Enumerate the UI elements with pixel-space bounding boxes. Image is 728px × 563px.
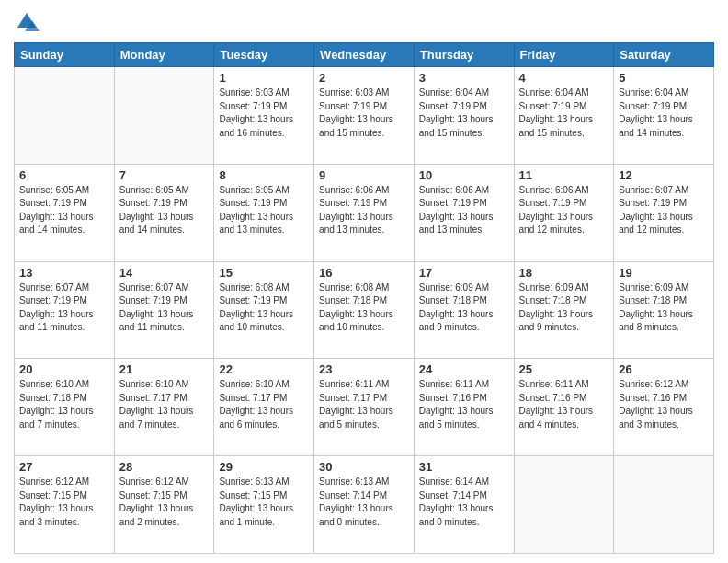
day-info: Sunrise: 6:04 AM Sunset: 7:19 PM Dayligh…: [619, 86, 709, 140]
calendar-dow-sunday: Sunday: [15, 43, 115, 67]
day-number: 24: [419, 362, 509, 376]
day-number: 2: [319, 71, 409, 85]
day-number: 22: [219, 362, 309, 376]
calendar-table: SundayMondayTuesdayWednesdayThursdayFrid…: [14, 42, 714, 554]
day-number: 14: [119, 266, 210, 280]
day-number: 12: [619, 168, 709, 182]
header: [14, 9, 714, 35]
calendar-cell: 19Sunrise: 6:09 AM Sunset: 7:18 PM Dayli…: [614, 261, 714, 359]
calendar-cell: 24Sunrise: 6:11 AM Sunset: 7:16 PM Dayli…: [414, 359, 514, 456]
day-number: 31: [419, 460, 509, 474]
calendar-week-3: 20Sunrise: 6:10 AM Sunset: 7:18 PM Dayli…: [15, 359, 714, 456]
calendar-cell: 6Sunrise: 6:05 AM Sunset: 7:19 PM Daylig…: [15, 164, 115, 261]
calendar-cell: 28Sunrise: 6:12 AM Sunset: 7:15 PM Dayli…: [114, 456, 214, 554]
logo-icon: [14, 9, 40, 35]
calendar-cell: 16Sunrise: 6:08 AM Sunset: 7:18 PM Dayli…: [314, 261, 415, 359]
day-info: Sunrise: 6:10 AM Sunset: 7:18 PM Dayligh…: [19, 378, 109, 431]
day-number: 9: [319, 168, 409, 182]
calendar-cell: 12Sunrise: 6:07 AM Sunset: 7:19 PM Dayli…: [614, 164, 714, 261]
day-info: Sunrise: 6:05 AM Sunset: 7:19 PM Dayligh…: [19, 184, 109, 237]
day-info: Sunrise: 6:09 AM Sunset: 7:18 PM Dayligh…: [619, 282, 709, 335]
calendar-dow-wednesday: Wednesday: [314, 43, 415, 67]
day-info: Sunrise: 6:04 AM Sunset: 7:19 PM Dayligh…: [519, 86, 609, 140]
day-number: 21: [119, 362, 210, 376]
day-info: Sunrise: 6:12 AM Sunset: 7:15 PM Dayligh…: [119, 476, 210, 529]
day-info: Sunrise: 6:10 AM Sunset: 7:17 PM Dayligh…: [219, 378, 309, 431]
day-number: 5: [619, 71, 709, 85]
day-info: Sunrise: 6:07 AM Sunset: 7:19 PM Dayligh…: [619, 184, 709, 237]
day-info: Sunrise: 6:06 AM Sunset: 7:19 PM Dayligh…: [319, 184, 409, 237]
calendar-cell: 7Sunrise: 6:05 AM Sunset: 7:19 PM Daylig…: [114, 164, 214, 261]
day-info: Sunrise: 6:11 AM Sunset: 7:16 PM Dayligh…: [519, 378, 609, 431]
day-info: Sunrise: 6:09 AM Sunset: 7:18 PM Dayligh…: [419, 282, 509, 335]
calendar-dow-monday: Monday: [114, 43, 214, 67]
day-info: Sunrise: 6:08 AM Sunset: 7:19 PM Dayligh…: [219, 282, 309, 335]
calendar-cell: [114, 67, 214, 165]
day-info: Sunrise: 6:12 AM Sunset: 7:15 PM Dayligh…: [19, 476, 109, 529]
day-number: 15: [219, 266, 309, 280]
calendar-cell: 21Sunrise: 6:10 AM Sunset: 7:17 PM Dayli…: [114, 359, 214, 456]
calendar-dow-tuesday: Tuesday: [214, 43, 314, 67]
calendar-dow-thursday: Thursday: [414, 43, 514, 67]
day-number: 1: [219, 71, 309, 85]
calendar-cell: 29Sunrise: 6:13 AM Sunset: 7:15 PM Dayli…: [214, 456, 314, 554]
day-number: 13: [19, 266, 109, 280]
calendar-cell: 30Sunrise: 6:13 AM Sunset: 7:14 PM Dayli…: [314, 456, 415, 554]
calendar-week-0: 1Sunrise: 6:03 AM Sunset: 7:19 PM Daylig…: [15, 67, 714, 165]
day-info: Sunrise: 6:10 AM Sunset: 7:17 PM Dayligh…: [119, 378, 210, 431]
day-number: 19: [619, 266, 709, 280]
calendar-cell: 23Sunrise: 6:11 AM Sunset: 7:17 PM Dayli…: [314, 359, 415, 456]
day-info: Sunrise: 6:05 AM Sunset: 7:19 PM Dayligh…: [219, 184, 309, 237]
day-info: Sunrise: 6:04 AM Sunset: 7:19 PM Dayligh…: [419, 86, 509, 140]
day-number: 7: [119, 168, 210, 182]
day-number: 8: [219, 168, 309, 182]
calendar-cell: 17Sunrise: 6:09 AM Sunset: 7:18 PM Dayli…: [414, 261, 514, 359]
day-number: 23: [319, 362, 409, 376]
day-number: 11: [519, 168, 609, 182]
calendar-cell: [614, 456, 714, 554]
day-info: Sunrise: 6:11 AM Sunset: 7:16 PM Dayligh…: [419, 378, 509, 431]
day-number: 29: [219, 460, 309, 474]
day-info: Sunrise: 6:06 AM Sunset: 7:19 PM Dayligh…: [419, 184, 509, 237]
day-number: 17: [419, 266, 509, 280]
calendar-cell: 1Sunrise: 6:03 AM Sunset: 7:19 PM Daylig…: [214, 67, 314, 165]
day-info: Sunrise: 6:05 AM Sunset: 7:19 PM Dayligh…: [119, 184, 210, 237]
day-number: 20: [19, 362, 109, 376]
day-number: 3: [419, 71, 509, 85]
calendar-cell: 11Sunrise: 6:06 AM Sunset: 7:19 PM Dayli…: [514, 164, 614, 261]
calendar-cell: 26Sunrise: 6:12 AM Sunset: 7:16 PM Dayli…: [614, 359, 714, 456]
day-info: Sunrise: 6:03 AM Sunset: 7:19 PM Dayligh…: [319, 86, 409, 140]
calendar-cell: 14Sunrise: 6:07 AM Sunset: 7:19 PM Dayli…: [114, 261, 214, 359]
calendar-cell: 3Sunrise: 6:04 AM Sunset: 7:19 PM Daylig…: [414, 67, 514, 165]
calendar-week-1: 6Sunrise: 6:05 AM Sunset: 7:19 PM Daylig…: [15, 164, 714, 261]
calendar-cell: 31Sunrise: 6:14 AM Sunset: 7:14 PM Dayli…: [414, 456, 514, 554]
calendar-cell: 2Sunrise: 6:03 AM Sunset: 7:19 PM Daylig…: [314, 67, 415, 165]
day-number: 25: [519, 362, 609, 376]
day-info: Sunrise: 6:14 AM Sunset: 7:14 PM Dayligh…: [419, 476, 509, 529]
calendar-cell: 27Sunrise: 6:12 AM Sunset: 7:15 PM Dayli…: [15, 456, 115, 554]
day-info: Sunrise: 6:03 AM Sunset: 7:19 PM Dayligh…: [219, 86, 309, 140]
calendar-dow-friday: Friday: [514, 43, 614, 67]
day-info: Sunrise: 6:13 AM Sunset: 7:15 PM Dayligh…: [219, 476, 309, 529]
calendar-dow-saturday: Saturday: [614, 43, 714, 67]
calendar-cell: 5Sunrise: 6:04 AM Sunset: 7:19 PM Daylig…: [614, 67, 714, 165]
day-info: Sunrise: 6:07 AM Sunset: 7:19 PM Dayligh…: [19, 282, 109, 335]
day-number: 6: [19, 168, 109, 182]
calendar-week-2: 13Sunrise: 6:07 AM Sunset: 7:19 PM Dayli…: [15, 261, 714, 359]
calendar-cell: 15Sunrise: 6:08 AM Sunset: 7:19 PM Dayli…: [214, 261, 314, 359]
day-number: 10: [419, 168, 509, 182]
day-info: Sunrise: 6:06 AM Sunset: 7:19 PM Dayligh…: [519, 184, 609, 237]
day-number: 4: [519, 71, 609, 85]
day-number: 27: [19, 460, 109, 474]
logo: [14, 9, 43, 35]
day-number: 18: [519, 266, 609, 280]
calendar-cell: 13Sunrise: 6:07 AM Sunset: 7:19 PM Dayli…: [15, 261, 115, 359]
calendar-cell: 4Sunrise: 6:04 AM Sunset: 7:19 PM Daylig…: [514, 67, 614, 165]
day-info: Sunrise: 6:12 AM Sunset: 7:16 PM Dayligh…: [619, 378, 709, 431]
day-number: 30: [319, 460, 409, 474]
calendar-cell: 9Sunrise: 6:06 AM Sunset: 7:19 PM Daylig…: [314, 164, 415, 261]
day-info: Sunrise: 6:13 AM Sunset: 7:14 PM Dayligh…: [319, 476, 409, 529]
calendar-cell: 25Sunrise: 6:11 AM Sunset: 7:16 PM Dayli…: [514, 359, 614, 456]
day-info: Sunrise: 6:09 AM Sunset: 7:18 PM Dayligh…: [519, 282, 609, 335]
calendar-cell: 22Sunrise: 6:10 AM Sunset: 7:17 PM Dayli…: [214, 359, 314, 456]
